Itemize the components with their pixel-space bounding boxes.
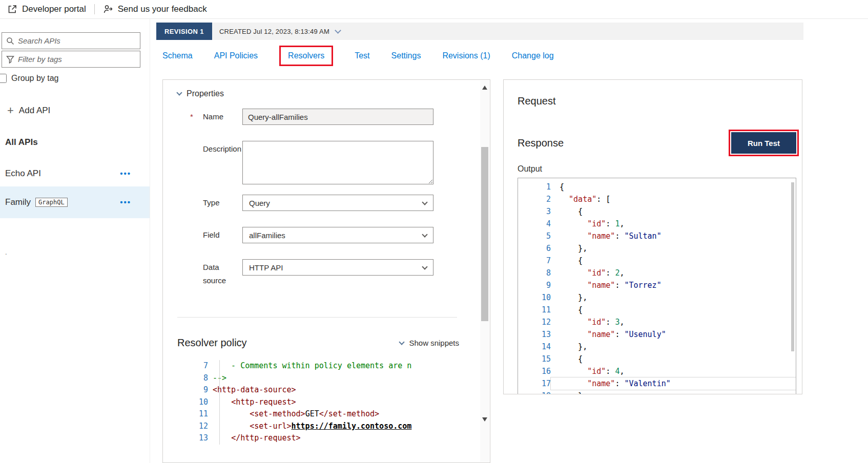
tab-settings[interactable]: Settings	[391, 51, 421, 60]
scroll-down-icon[interactable]	[482, 417, 487, 422]
chevron-down-icon	[399, 339, 405, 345]
request-heading: Request	[518, 95, 802, 107]
chevron-down-icon	[422, 199, 427, 205]
app-root: Developer portal Send us your feedback G…	[0, 0, 868, 463]
line-number: 4	[518, 218, 551, 230]
test-panel: Request Response Run Test Output 1{2 "da…	[503, 79, 802, 394]
type-select[interactable]: Query	[242, 195, 433, 211]
api-item-family[interactable]: FamilyGraphQL	[0, 186, 150, 218]
code-line-6: 6 },	[518, 242, 796, 255]
properties-title: Properties	[187, 89, 224, 98]
output-editor[interactable]: 1{2 "data": [3 {4 "id": 1,5 "name": "Sul…	[518, 178, 796, 394]
api-item-echo-api[interactable]: Echo API	[0, 161, 150, 186]
scroll-up-icon[interactable]	[482, 86, 487, 90]
tab-change-log[interactable]: Change log	[512, 51, 554, 60]
response-row: Response Run Test	[518, 130, 799, 156]
code-line-18: 18 },	[518, 390, 796, 394]
line-number: 9	[518, 279, 551, 291]
line-number: 9	[177, 384, 208, 396]
required-asterisk: *	[190, 109, 193, 125]
created-label: CREATED Jul 12, 2023, 8:13:49 AM	[219, 28, 329, 35]
line-number: 14	[518, 341, 551, 353]
properties-section-toggle[interactable]: Properties	[177, 89, 490, 98]
description-textarea[interactable]	[242, 141, 433, 184]
search-apis-input[interactable]	[18, 36, 136, 45]
tab-schema[interactable]: Schema	[162, 51, 193, 60]
line-number: 6	[518, 242, 551, 255]
filter-tags-box	[2, 51, 140, 68]
more-menu-icon[interactable]	[120, 197, 131, 207]
feedback-link[interactable]: Send us your feedback	[103, 4, 207, 14]
chevron-down-icon	[335, 27, 341, 34]
code-line-8: 8 "id": 2,	[518, 267, 796, 279]
run-test-button[interactable]: Run Test	[731, 132, 796, 154]
group-by-tag-checkbox[interactable]	[0, 74, 7, 83]
tab-revisions-1[interactable]: Revisions (1)	[442, 51, 490, 60]
revision-chip[interactable]: REVISION 1	[156, 23, 212, 40]
panel-scrollbar[interactable]	[480, 80, 489, 462]
developer-portal-label: Developer portal	[22, 4, 86, 14]
code-line-7: 7 {	[518, 255, 796, 267]
type-select-value: Query	[249, 199, 270, 207]
line-number: 10	[518, 291, 551, 304]
line-number: 18	[518, 390, 551, 394]
code-line-16: 16 "id": 4,	[518, 365, 796, 377]
code-line-10: 10 },	[518, 291, 796, 304]
type-field-row: Type Query	[177, 195, 457, 217]
resolver-policy-header: Resolver policy Show snippets	[177, 337, 459, 349]
data-source-select-value: HTTP API	[249, 263, 283, 272]
code-line-10: 10 <http-request>	[177, 396, 490, 409]
tab-test[interactable]: Test	[355, 51, 369, 60]
code-line-5: 5 "name": "Sultan"	[518, 230, 796, 242]
filter-tags-input[interactable]	[18, 55, 136, 64]
tab-api-policies[interactable]: API Policies	[214, 51, 258, 60]
code-line-11: 11 {	[518, 304, 796, 316]
group-by-tag-label: Group by tag	[11, 74, 59, 83]
code-line-4: 4 "id": 1,	[518, 218, 796, 230]
response-heading: Response	[518, 137, 564, 149]
data-source-field-row: Data source HTTP API	[177, 259, 457, 291]
api-list: Echo APIFamilyGraphQL	[0, 161, 150, 218]
line-number: 8	[518, 267, 551, 279]
code-line-15: 15 {	[518, 353, 796, 365]
field-select-value: allFamilies	[249, 231, 285, 240]
show-snippets-button[interactable]: Show snippets	[400, 339, 459, 347]
developer-portal-link[interactable]: Developer portal	[7, 4, 86, 14]
stray-dot: .	[5, 248, 7, 256]
add-api-button[interactable]: + Add API	[7, 106, 150, 116]
line-number: 16	[518, 365, 551, 377]
field-select[interactable]: allFamilies	[242, 227, 433, 243]
code-line-11: 11 <set-method>GET</set-method>	[177, 408, 490, 420]
data-source-select[interactable]: HTTP API	[242, 259, 433, 276]
more-menu-icon[interactable]	[120, 169, 131, 179]
filter-icon	[6, 55, 14, 64]
description-field-row: Description	[177, 141, 457, 184]
chevron-down-icon	[422, 232, 427, 237]
code-line-9: 9 "name": "Torrez"	[518, 279, 796, 291]
line-number: 12	[518, 316, 551, 328]
scrollbar-thumb[interactable]	[481, 147, 488, 321]
code-line-8: 8-->	[177, 372, 490, 385]
name-label: * Name	[177, 109, 242, 131]
feedback-icon	[103, 4, 113, 14]
tab-resolvers[interactable]: Resolvers	[279, 46, 333, 66]
created-info[interactable]: CREATED Jul 12, 2023, 8:13:49 AM	[212, 23, 340, 40]
tab-strip: SchemaAPI PoliciesResolversTestSettingsR…	[162, 44, 554, 68]
line-number: 17	[518, 377, 551, 390]
line-number: 7	[177, 360, 208, 372]
description-label: Description	[177, 141, 242, 184]
group-by-tag-row: Group by tag	[0, 74, 150, 83]
plus-icon: +	[7, 106, 14, 115]
graphql-badge: GraphQL	[35, 198, 68, 207]
name-input[interactable]	[242, 109, 433, 125]
policy-code-editor[interactable]: 7 - Comments within policy elements are …	[163, 360, 490, 445]
output-scrollbar-thumb[interactable]	[791, 182, 794, 351]
api-name: Echo API	[5, 169, 41, 179]
type-label: Type	[177, 195, 242, 217]
add-api-label: Add API	[19, 106, 50, 116]
chevron-down-icon	[176, 90, 182, 95]
code-line-3: 3 {	[518, 205, 796, 218]
run-test-highlight: Run Test	[729, 130, 799, 156]
search-icon	[6, 37, 14, 45]
code-line-9: 9<http-data-source>	[177, 384, 490, 396]
